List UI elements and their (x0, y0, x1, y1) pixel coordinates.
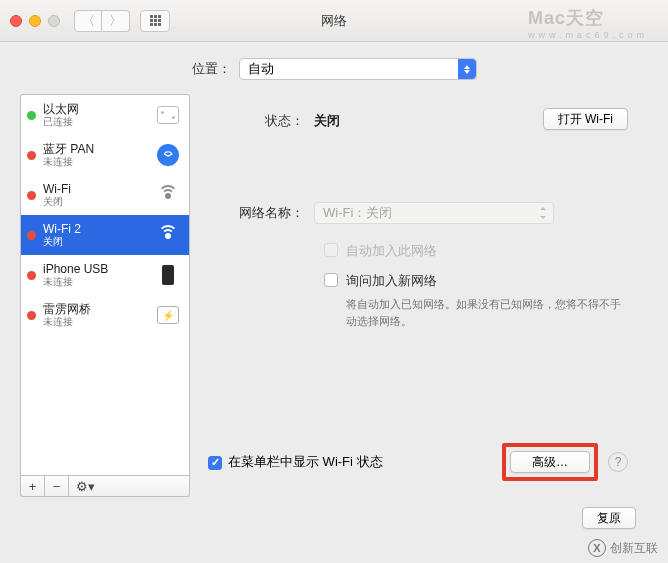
grid-icon (150, 15, 161, 26)
status-dot-icon (27, 111, 36, 120)
bluetooth-icon: ⌔ (155, 145, 181, 165)
minimize-icon[interactable] (29, 15, 41, 27)
remove-service-button[interactable]: − (44, 475, 68, 497)
ethernet-icon (155, 105, 181, 125)
ask-join-checkbox[interactable] (324, 273, 338, 287)
sidebar-item-wifi[interactable]: Wi-Fi关闭 (21, 175, 189, 215)
sidebar-item-thunderbolt-bridge[interactable]: 雷雳网桥未连接 (21, 295, 189, 335)
add-service-button[interactable]: + (20, 475, 44, 497)
highlight-box: 高级… (502, 443, 598, 481)
status-label: 状态： (208, 112, 314, 130)
window-title: 网络 (321, 12, 347, 30)
auto-join-checkbox (324, 243, 338, 257)
maximize-icon (48, 15, 60, 27)
toggle-wifi-button[interactable]: 打开 Wi-Fi (543, 108, 628, 130)
watermark: Mac天空www.mac69.com (528, 6, 648, 40)
status-dot-icon (27, 191, 36, 200)
location-select[interactable]: 自动 (239, 58, 477, 80)
status-dot-icon (27, 231, 36, 240)
location-label: 位置： (192, 60, 231, 78)
network-name-label: 网络名称： (208, 204, 314, 222)
sidebar-item-ethernet[interactable]: 以太网已连接 (21, 95, 189, 135)
sidebar-item-bluetooth-pan[interactable]: 蓝牙 PAN未连接 ⌔ (21, 135, 189, 175)
status-value: 关闭 (314, 112, 340, 130)
window-traffic-lights[interactable] (10, 15, 60, 27)
sidebar-item-iphone-usb[interactable]: iPhone USB未连接 (21, 255, 189, 295)
advanced-button[interactable]: 高级… (510, 451, 590, 473)
show-all-button[interactable] (140, 10, 170, 32)
status-dot-icon (27, 151, 36, 160)
service-options-button[interactable]: ⚙︎▾ (68, 475, 102, 497)
back-button[interactable]: 〈 (74, 10, 102, 32)
location-value: 自动 (248, 60, 274, 78)
thunderbolt-icon (155, 305, 181, 325)
forward-button[interactable]: 〉 (102, 10, 130, 32)
network-name-select[interactable]: Wi-Fi：关闭 (314, 202, 554, 224)
status-dot-icon (27, 271, 36, 280)
ask-join-hint: 将自动加入已知网络。如果没有已知网络，您将不得不手动选择网络。 (208, 296, 648, 329)
help-button[interactable]: ? (608, 452, 628, 472)
status-dot-icon (27, 311, 36, 320)
watermark: X创新互联 (588, 539, 658, 557)
chevron-updown-icon (458, 59, 476, 79)
wifi-icon (155, 225, 181, 245)
ask-join-label: 询问加入新网络 (346, 272, 437, 290)
menubar-status-label: 在菜单栏中显示 Wi-Fi 状态 (228, 453, 383, 471)
sidebar-item-wifi-2[interactable]: Wi-Fi 2关闭 (21, 215, 189, 255)
close-icon[interactable] (10, 15, 22, 27)
iphone-icon (155, 265, 181, 285)
menubar-status-checkbox[interactable] (208, 456, 222, 470)
revert-button[interactable]: 复原 (582, 507, 636, 529)
service-list[interactable]: 以太网已连接 蓝牙 PAN未连接 ⌔ Wi-Fi关闭 Wi-Fi 2关闭 (20, 94, 190, 476)
auto-join-label: 自动加入此网络 (346, 242, 437, 260)
wifi-icon (155, 185, 181, 205)
